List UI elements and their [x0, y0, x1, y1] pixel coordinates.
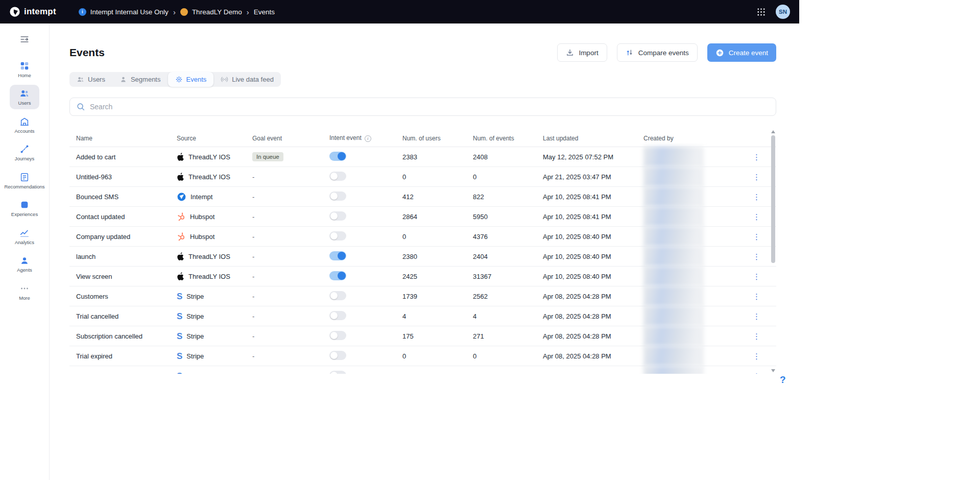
intent-event-toggle[interactable] — [329, 331, 346, 340]
compare-events-button[interactable]: Compare events — [617, 43, 698, 62]
intent-event-toggle[interactable] — [329, 172, 346, 181]
table-row[interactable]: View screen ThreadLY IOS - 2425 31367 Ap… — [69, 267, 776, 286]
created-by-redacted — [643, 326, 704, 346]
sidebar-item-home[interactable]: Home — [10, 57, 39, 81]
sidebar-item-experiences[interactable]: Experiences — [10, 196, 39, 220]
breadcrumb-project[interactable]: ThreadLY Demo — [180, 8, 242, 16]
sidebar-item-journeys[interactable]: Journeys — [10, 140, 39, 164]
intent-event-toggle[interactable] — [329, 371, 346, 374]
table-row[interactable]: Company updated Hubspot - 0 4376 Apr 10,… — [69, 227, 776, 247]
row-menu-button[interactable]: ⋮ — [749, 211, 764, 223]
created-by-redacted — [643, 246, 704, 267]
project-icon — [180, 8, 188, 16]
event-name: launch — [76, 253, 95, 260]
intempt-logo[interactable]: intempt — [9, 6, 56, 17]
kebab-icon: ⋮ — [753, 292, 760, 301]
table-row[interactable]: Bounced SMS Intempt - 412 822 Apr 10, 20… — [69, 187, 776, 207]
sidebar-item-users[interactable]: Users — [10, 85, 39, 109]
tab-events[interactable]: Events — [168, 72, 214, 87]
info-icon[interactable]: i — [365, 135, 371, 142]
row-menu-button[interactable]: ⋮ — [749, 330, 764, 342]
sidebar-item-agents[interactable]: Agents — [10, 252, 39, 276]
import-button[interactable]: Import — [557, 43, 607, 62]
goal-event-value: - — [252, 193, 254, 201]
intent-event-toggle[interactable] — [329, 311, 346, 320]
goal-event-value: - — [252, 273, 254, 280]
table-row[interactable]: Subscription cancelled S Stripe - 175 27… — [69, 326, 776, 346]
row-menu-button[interactable]: ⋮ — [749, 370, 764, 374]
table-row[interactable]: launch ThreadLY IOS - 2380 2404 Apr 10, … — [69, 247, 776, 267]
avatar[interactable]: SN — [776, 5, 790, 19]
last-updated-value: Apr 10, 2025 08:41 PM — [543, 193, 611, 201]
row-menu-button[interactable]: ⋮ — [749, 171, 764, 183]
accounts-icon — [19, 116, 30, 127]
help-button[interactable]: ? — [780, 374, 786, 386]
source-icon — [177, 173, 184, 181]
num-events-value: 0 — [473, 173, 476, 181]
apps-grid-icon[interactable] — [754, 5, 768, 18]
num-users-value: 1739 — [402, 293, 417, 300]
sidebar-item-accounts[interactable]: Accounts — [10, 113, 39, 137]
source-name: Stripe — [186, 293, 204, 300]
last-updated-value: Apr 10, 2025 08:40 PM — [543, 233, 611, 241]
page-title: Events — [69, 46, 105, 59]
intent-event-toggle[interactable] — [329, 351, 346, 360]
main-content: Events Import Compare events Create even… — [50, 23, 776, 480]
table-row[interactable]: Untitled-963 ThreadLY IOS - 0 0 Apr 21, … — [69, 167, 776, 187]
intent-event-toggle[interactable] — [329, 211, 346, 221]
row-menu-button[interactable]: ⋮ — [749, 350, 764, 362]
table-row[interactable]: Contact updated Hubspot - 2864 5950 Apr … — [69, 207, 776, 227]
intent-event-toggle[interactable] — [329, 271, 346, 280]
toggle-knob — [330, 312, 338, 319]
scrollbar-thumb[interactable] — [771, 135, 775, 263]
intent-event-toggle[interactable] — [329, 231, 346, 241]
num-users-value: 4 — [402, 313, 406, 320]
num-users-value: 0 — [402, 233, 406, 241]
row-menu-button[interactable]: ⋮ — [749, 191, 764, 203]
breadcrumb-org[interactable]: i Intempt Internal Use Only — [79, 8, 169, 16]
row-menu-button[interactable]: ⋮ — [749, 151, 764, 163]
sidebar-item-analytics[interactable]: Analytics — [10, 224, 39, 248]
row-menu-button[interactable]: ⋮ — [749, 310, 764, 322]
event-name: View screen — [76, 273, 112, 280]
tab-users[interactable]: Users — [69, 72, 112, 87]
create-event-button[interactable]: Create event — [707, 43, 776, 62]
row-menu-button[interactable]: ⋮ — [749, 251, 764, 262]
compare-icon — [626, 49, 634, 57]
download-icon — [566, 49, 574, 57]
intent-event-toggle[interactable] — [329, 251, 346, 260]
source-icon: S — [177, 312, 182, 321]
breadcrumb: i Intempt Internal Use Only › ThreadLY D… — [79, 8, 275, 16]
row-menu-button[interactable]: ⋮ — [749, 291, 764, 302]
sidebar-collapse-icon[interactable] — [18, 33, 31, 46]
sidebar-item-recommendations[interactable]: Recommendations — [10, 169, 39, 193]
tab-live-data-feed[interactable]: Live data feed — [213, 72, 281, 87]
table-row[interactable]: Trial cancelled S Stripe - 4 4 Apr 08, 2… — [69, 306, 776, 326]
scroll-up-arrow[interactable] — [771, 130, 775, 133]
row-menu-button[interactable]: ⋮ — [749, 231, 764, 243]
num-users-value: 2383 — [402, 153, 417, 161]
intent-event-toggle[interactable] — [329, 291, 346, 300]
scroll-down-arrow[interactable] — [771, 369, 775, 372]
table-scrollbar[interactable] — [770, 130, 776, 373]
table-row[interactable]: Added to cart ThreadLY IOS In queue 2383… — [69, 147, 776, 167]
table-row[interactable]: S ⋮ — [69, 366, 776, 374]
table-row[interactable]: Customers S Stripe - 1739 2562 Apr 08, 2… — [69, 286, 776, 306]
search-input[interactable] — [90, 103, 770, 111]
kebab-icon: ⋮ — [753, 193, 760, 201]
toggle-knob — [330, 212, 338, 220]
more-ellipsis-icon — [19, 283, 30, 294]
search-bar — [69, 98, 776, 116]
breadcrumb-page[interactable]: Events — [254, 8, 275, 16]
intent-event-toggle[interactable] — [329, 152, 346, 161]
sidebar-item-more[interactable]: More — [10, 280, 39, 304]
table-row[interactable]: Trial expired S Stripe - 0 0 Apr 08, 202… — [69, 346, 776, 366]
tab-segments[interactable]: Segments — [112, 72, 168, 87]
experiences-icon — [19, 200, 30, 210]
num-events-value: 2408 — [473, 153, 488, 161]
column-header-goal-event: Goal event — [246, 135, 323, 142]
goal-event-value: - — [252, 313, 254, 320]
row-menu-button[interactable]: ⋮ — [749, 271, 764, 282]
source-icon: S — [177, 352, 182, 361]
intent-event-toggle[interactable] — [329, 191, 346, 201]
